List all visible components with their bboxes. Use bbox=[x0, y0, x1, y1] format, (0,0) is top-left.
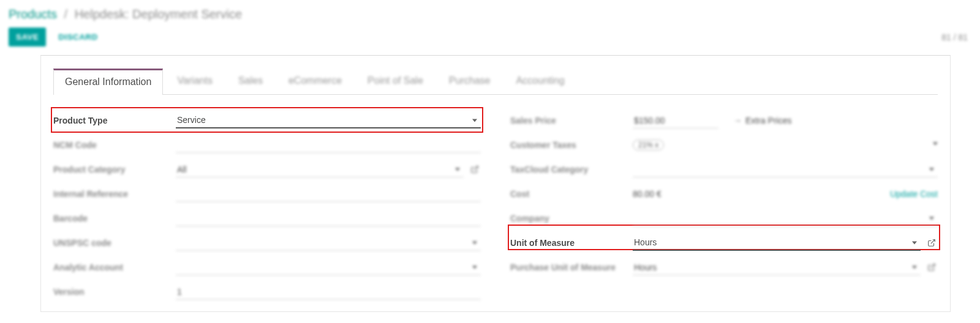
purchase-uom-select[interactable] bbox=[633, 260, 921, 275]
row-sales-price: Sales Price →Extra Prices bbox=[510, 108, 938, 133]
chevron-down-icon bbox=[912, 266, 917, 269]
left-column: Product Type NCM Code Product Category bbox=[53, 108, 481, 304]
taxcloud-category-select[interactable] bbox=[633, 162, 938, 177]
row-product-category: Product Category bbox=[53, 157, 481, 182]
cost-value: 80.00 € bbox=[633, 189, 662, 199]
label-product-type: Product Type bbox=[53, 116, 176, 125]
tax-chip[interactable]: 21% x bbox=[633, 139, 664, 150]
svg-line-2 bbox=[931, 264, 935, 268]
right-column: Sales Price →Extra Prices Customer Taxes… bbox=[510, 108, 938, 304]
tab-ecommerce[interactable]: eCommerce bbox=[277, 69, 353, 95]
chevron-down-icon bbox=[455, 168, 460, 171]
tab-sales[interactable]: Sales bbox=[227, 69, 274, 95]
pager[interactable]: 81 / 81 bbox=[941, 32, 971, 42]
row-unit-of-measure: Unit of Measure bbox=[510, 231, 938, 255]
tab-bar: General Information Variants Sales eComm… bbox=[53, 68, 938, 95]
chevron-down-icon bbox=[472, 266, 477, 269]
breadcrumb-root[interactable]: Products bbox=[9, 7, 57, 21]
row-ncm-code: NCM Code bbox=[53, 133, 481, 157]
row-product-type: Product Type bbox=[53, 108, 481, 133]
unit-of-measure-select[interactable] bbox=[633, 235, 921, 251]
product-type-select[interactable] bbox=[176, 113, 481, 128]
label-version: Version bbox=[53, 287, 176, 297]
chevron-down-icon bbox=[933, 142, 938, 145]
chevron-down-icon bbox=[472, 242, 477, 245]
label-taxcloud-category: TaxCloud Category bbox=[510, 165, 633, 174]
barcode-input[interactable] bbox=[176, 211, 481, 226]
update-cost-link[interactable]: Update Cost bbox=[890, 189, 938, 199]
version-input[interactable] bbox=[176, 284, 481, 300]
ncm-code-input[interactable] bbox=[176, 138, 481, 153]
save-button[interactable]: SAVE bbox=[9, 28, 46, 46]
tab-accounting[interactable]: Accounting bbox=[504, 69, 576, 95]
product-category-select[interactable] bbox=[176, 162, 464, 177]
company-select[interactable] bbox=[633, 211, 938, 226]
chevron-down-icon bbox=[472, 119, 477, 122]
label-internal-reference: Internal Reference bbox=[53, 189, 176, 199]
label-cost: Cost bbox=[510, 189, 633, 199]
form-sheet: General Information Variants Sales eComm… bbox=[40, 55, 951, 312]
chevron-down-icon bbox=[929, 217, 934, 220]
form-columns: Product Type NCM Code Product Category bbox=[53, 108, 938, 304]
label-product-category: Product Category bbox=[53, 165, 176, 174]
tab-general-information[interactable]: General Information bbox=[53, 69, 163, 95]
value-product-type bbox=[176, 113, 481, 128]
label-unspsc: UNSPSC code bbox=[53, 238, 176, 248]
svg-line-0 bbox=[474, 166, 478, 170]
discard-button[interactable]: DISCARD bbox=[55, 32, 101, 42]
row-version: Version bbox=[53, 280, 481, 304]
tab-point-of-sale[interactable]: Point of Sale bbox=[356, 69, 435, 95]
label-purchase-uom: Purchase Unit of Measure bbox=[510, 262, 633, 272]
breadcrumb-separator: / bbox=[64, 7, 68, 21]
label-barcode: Barcode bbox=[53, 213, 176, 223]
label-analytic-account: Analytic Account bbox=[53, 262, 176, 272]
row-internal-reference: Internal Reference bbox=[53, 182, 481, 206]
label-sales-price: Sales Price bbox=[510, 116, 633, 125]
chevron-down-icon bbox=[912, 242, 917, 245]
row-cost: Cost 80.00 € Update Cost bbox=[510, 182, 938, 206]
unspsc-select[interactable] bbox=[176, 236, 481, 251]
tab-purchase[interactable]: Purchase bbox=[437, 69, 502, 95]
breadcrumb-current: Helpdesk: Deployment Service bbox=[75, 7, 242, 21]
row-analytic-account: Analytic Account bbox=[53, 255, 481, 280]
sales-price-input[interactable] bbox=[633, 113, 718, 128]
row-company: Company bbox=[510, 206, 938, 231]
external-link-icon[interactable] bbox=[925, 261, 938, 273]
external-link-icon[interactable] bbox=[925, 237, 938, 249]
row-barcode: Barcode bbox=[53, 206, 481, 231]
analytic-account-select[interactable] bbox=[176, 260, 481, 275]
external-link-icon[interactable] bbox=[469, 163, 481, 176]
label-company: Company bbox=[510, 213, 633, 223]
arrow-right-icon: → bbox=[733, 116, 742, 125]
internal-reference-input[interactable] bbox=[176, 187, 481, 202]
tab-variants[interactable]: Variants bbox=[165, 69, 224, 95]
label-unit-of-measure: Unit of Measure bbox=[510, 238, 633, 248]
row-unspsc: UNSPSC code bbox=[53, 231, 481, 255]
chevron-down-icon bbox=[929, 168, 934, 171]
extra-prices-link[interactable]: →Extra Prices bbox=[733, 116, 791, 125]
label-ncm-code: NCM Code bbox=[53, 140, 176, 150]
row-taxcloud-category: TaxCloud Category bbox=[510, 157, 938, 182]
svg-line-1 bbox=[931, 240, 935, 243]
breadcrumb: Products / Helpdesk: Deployment Service bbox=[0, 0, 980, 25]
label-customer-taxes: Customer Taxes bbox=[510, 140, 633, 150]
action-bar: SAVE DISCARD 81 / 81 bbox=[0, 25, 980, 55]
row-customer-taxes: Customer Taxes 21% x bbox=[510, 133, 938, 157]
row-purchase-uom: Purchase Unit of Measure bbox=[510, 255, 938, 280]
